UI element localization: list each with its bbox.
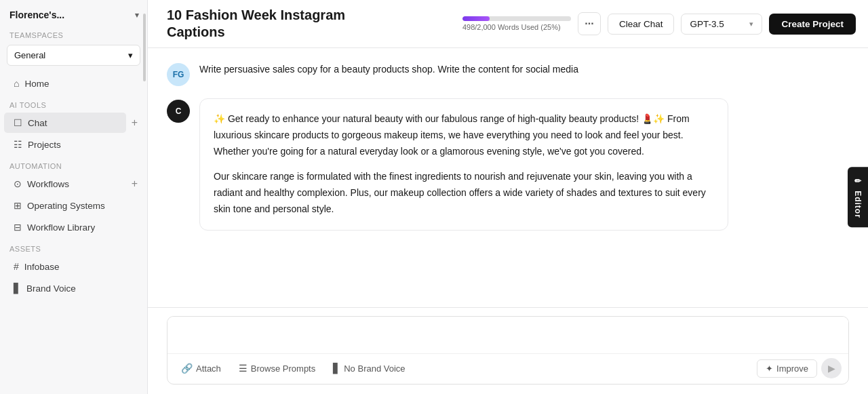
operating-systems-label: Operating Systems bbox=[27, 201, 105, 211]
operating-systems-icon: ⊞ bbox=[14, 200, 22, 211]
general-label: General bbox=[14, 50, 45, 60]
input-box: 🔗 Attach ☰ Browse Prompts ▋ No Brand Voi… bbox=[167, 316, 849, 385]
sidebar-item-brand-voice[interactable]: ▋ Brand Voice bbox=[4, 278, 143, 298]
chat-label: Chat bbox=[28, 118, 47, 128]
no-brand-voice-label: No Brand Voice bbox=[344, 363, 405, 374]
general-select[interactable]: General ▾ bbox=[7, 45, 140, 66]
sidebar-item-operating-systems[interactable]: ⊞ Operating Systems bbox=[4, 195, 143, 216]
scrollbar-thumb[interactable] bbox=[143, 14, 146, 81]
infobase-icon: # bbox=[14, 261, 19, 272]
more-options-button[interactable]: ··· bbox=[578, 12, 601, 35]
brand-voice-icon: ▋ bbox=[14, 283, 21, 294]
model-chevron-icon: ▾ bbox=[749, 20, 753, 28]
editor-pencil-icon: ✏ bbox=[853, 176, 863, 186]
attach-icon: 🔗 bbox=[181, 363, 193, 374]
sidebar-item-projects[interactable]: ☷ Projects bbox=[4, 134, 143, 155]
input-toolbar: 🔗 Attach ☰ Browse Prompts ▋ No Brand Voi… bbox=[167, 353, 848, 384]
home-icon: ⌂ bbox=[14, 78, 19, 89]
ai-message: C ✨ Get ready to enhance your natural be… bbox=[167, 98, 849, 231]
main-content: 10 Fashion Week Instagram Captions 498/2… bbox=[148, 0, 868, 394]
input-area: 🔗 Attach ☰ Browse Prompts ▋ No Brand Voi… bbox=[148, 307, 868, 394]
ai-paragraph-2: Our skincare range is formulated with th… bbox=[214, 169, 714, 217]
progress-text: 498/2,000 Words Used (25%) bbox=[462, 23, 561, 31]
user-message: FG Write persuasive sales copy for a bea… bbox=[167, 62, 849, 86]
progress-bar-fill bbox=[462, 16, 490, 21]
improve-button[interactable]: ✦ Improve bbox=[757, 359, 817, 378]
workflows-label: Workflows bbox=[27, 179, 69, 189]
chat-icon: ☐ bbox=[14, 117, 22, 128]
sidebar-item-infobase[interactable]: # Infobase bbox=[4, 256, 143, 277]
header-right: 498/2,000 Words Used (25%) ··· Clear Cha… bbox=[462, 12, 856, 35]
projects-label: Projects bbox=[28, 140, 61, 150]
user-message-content: Write persuasive sales copy for a beauty… bbox=[199, 62, 849, 77]
brand-voice-label: Brand Voice bbox=[26, 283, 76, 294]
workflow-library-icon: ⊟ bbox=[14, 222, 22, 233]
model-selector[interactable]: GPT-3.5 ▾ bbox=[681, 14, 762, 35]
chat-input[interactable] bbox=[167, 317, 848, 351]
sidebar: Florence's... ▾ Teamspaces General ▾ ⌂ H… bbox=[0, 0, 148, 394]
teamspaces-label: Teamspaces bbox=[0, 27, 147, 42]
create-project-button[interactable]: Create Project bbox=[769, 14, 856, 35]
workflows-row: ⊙ Workflows + bbox=[4, 174, 143, 194]
editor-tab[interactable]: ✏ Editor bbox=[848, 167, 868, 228]
workspace-chevron-icon: ▾ bbox=[135, 11, 139, 20]
ai-avatar: C bbox=[167, 100, 190, 123]
ai-paragraph-1: ✨ Get ready to enhance your natural beau… bbox=[214, 111, 714, 159]
sidebar-item-workflows[interactable]: ⊙ Workflows bbox=[4, 174, 126, 194]
sidebar-item-home[interactable]: ⌂ Home bbox=[4, 73, 143, 94]
clear-chat-button[interactable]: Clear Chat bbox=[608, 14, 675, 35]
scrollbar-track bbox=[143, 0, 146, 394]
general-chevron-icon: ▾ bbox=[128, 50, 133, 60]
main-header: 10 Fashion Week Instagram Captions 498/2… bbox=[148, 0, 868, 48]
sidebar-item-chat[interactable]: ☐ Chat bbox=[4, 113, 126, 133]
editor-tab-label: Editor bbox=[853, 191, 863, 218]
ai-tools-label: AI Tools bbox=[0, 94, 147, 112]
word-usage-progress: 498/2,000 Words Used (25%) bbox=[462, 16, 571, 31]
send-icon: ▶ bbox=[828, 363, 835, 374]
workflow-library-label: Workflow Library bbox=[27, 222, 95, 233]
projects-icon: ☷ bbox=[14, 139, 22, 150]
brand-voice-bars-icon: ▋ bbox=[333, 363, 340, 374]
assets-label: Assets bbox=[0, 238, 147, 256]
browse-prompts-label: Browse Prompts bbox=[251, 363, 315, 374]
improve-label: Improve bbox=[776, 363, 808, 374]
automation-label: Automation bbox=[0, 155, 147, 173]
attach-button[interactable]: 🔗 Attach bbox=[174, 359, 228, 377]
infobase-label: Infobase bbox=[24, 262, 60, 272]
chat-area: FG Write persuasive sales copy for a bea… bbox=[148, 48, 868, 307]
user-message-text: Write persuasive sales copy for a beauty… bbox=[199, 62, 849, 77]
home-label: Home bbox=[24, 79, 49, 89]
user-avatar: FG bbox=[167, 63, 190, 86]
workspace-header[interactable]: Florence's... ▾ bbox=[0, 0, 147, 27]
send-button[interactable]: ▶ bbox=[821, 358, 842, 378]
browse-prompts-icon: ☰ bbox=[239, 363, 248, 374]
progress-bar-background bbox=[462, 16, 571, 21]
browse-prompts-button[interactable]: ☰ Browse Prompts bbox=[232, 359, 322, 377]
no-brand-voice-button[interactable]: ▋ No Brand Voice bbox=[326, 359, 412, 377]
workflows-icon: ⊙ bbox=[14, 178, 22, 189]
chat-row: ☐ Chat + bbox=[4, 113, 143, 133]
ai-message-bubble: ✨ Get ready to enhance your natural beau… bbox=[199, 98, 728, 231]
add-workflow-button[interactable]: + bbox=[126, 175, 143, 193]
workspace-name: Florence's... bbox=[9, 9, 64, 20]
page-title: 10 Fashion Week Instagram Captions bbox=[167, 7, 377, 41]
improve-icon: ✦ bbox=[766, 363, 773, 374]
add-chat-button[interactable]: + bbox=[126, 114, 143, 132]
attach-label: Attach bbox=[196, 363, 221, 374]
model-label: GPT-3.5 bbox=[690, 19, 724, 29]
sidebar-item-workflow-library[interactable]: ⊟ Workflow Library bbox=[4, 217, 143, 237]
